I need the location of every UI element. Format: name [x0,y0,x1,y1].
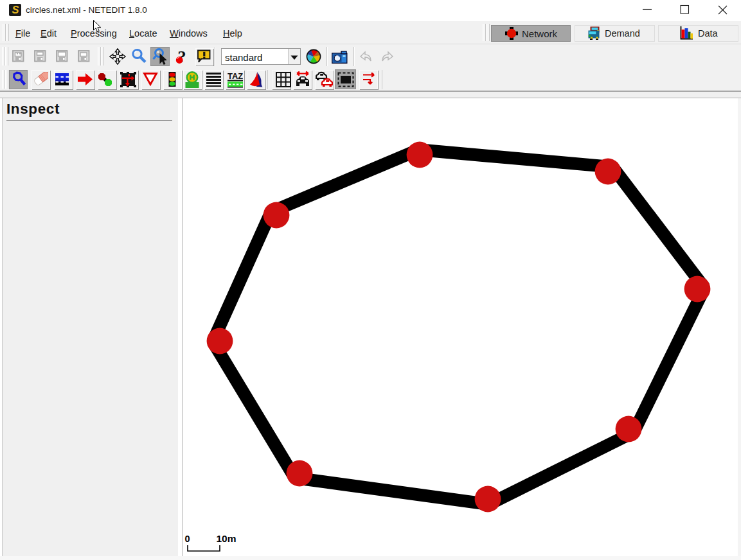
svg-text:TAZ: TAZ [228,71,243,81]
svg-text:10m: 10m [217,533,237,544]
svg-text:S: S [12,4,19,15]
svg-text:0: 0 [185,534,190,544]
